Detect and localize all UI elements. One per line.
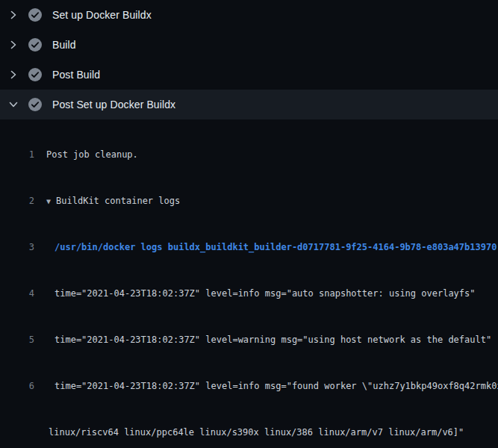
log-line: 5 time="2021-04-23T18:02:37Z" level=warn… [0,332,498,347]
chevron-right-icon[interactable] [7,69,19,81]
log-output: 1 Post job cleanup. 2 ▼BuildKit containe… [0,119,498,448]
log-line: 1 Post job cleanup. [0,147,498,162]
chevron-right-icon[interactable] [7,9,19,21]
step-header[interactable]: Set up Docker Buildx [0,0,498,30]
step-title: Build [52,39,76,51]
check-circle-icon [28,98,42,111]
line-number[interactable]: 4 [0,286,34,301]
log-text: time="2021-04-23T18:02:37Z" level=info m… [34,286,476,301]
log-line: 4 time="2021-04-23T18:02:37Z" level=info… [0,286,498,301]
line-number[interactable]: 2 [0,193,34,208]
log-line: linux/riscv64 linux/ppc64le linux/s390x … [0,425,498,440]
check-circle-icon [28,38,42,52]
collapse-triangle-icon[interactable]: ▼ [46,197,51,205]
step-title: Set up Docker Buildx [52,9,152,21]
step-title: Post Build [52,69,100,81]
log-line: 6 time="2021-04-23T18:02:37Z" level=info… [0,379,498,393]
line-number[interactable]: 6 [0,379,34,393]
step-header[interactable]: Build [0,30,498,60]
log-text: ▼BuildKit container logs [34,193,180,208]
line-number[interactable]: 3 [0,240,34,255]
log-line: 2 ▼BuildKit container logs [0,193,498,208]
steps-list: Set up Docker Buildx Build P [0,0,498,119]
step-title: Post Set up Docker Buildx [52,99,175,111]
line-number [0,425,34,440]
step-header[interactable]: Post Set up Docker Buildx [0,90,498,119]
log-text: time="2021-04-23T18:02:37Z" level=info m… [34,379,498,393]
line-number[interactable]: 5 [0,332,34,347]
check-circle-icon [28,68,42,81]
log-text: time="2021-04-23T18:02:37Z" level=warnin… [34,332,491,347]
log-line: 3 /usr/bin/docker logs buildx_buildkit_b… [0,240,498,255]
log-text: /usr/bin/docker logs buildx_buildkit_bui… [34,240,497,255]
actions-log-viewer: Set up Docker Buildx Build P [0,0,498,448]
line-number[interactable]: 1 [0,147,34,162]
chevron-down-icon[interactable] [7,99,19,111]
chevron-right-icon[interactable] [7,39,19,51]
check-circle-icon [28,8,42,22]
step-header[interactable]: Post Build [0,60,498,90]
log-text: linux/riscv64 linux/ppc64le linux/s390x … [34,425,464,440]
log-text: Post job cleanup. [34,147,138,162]
